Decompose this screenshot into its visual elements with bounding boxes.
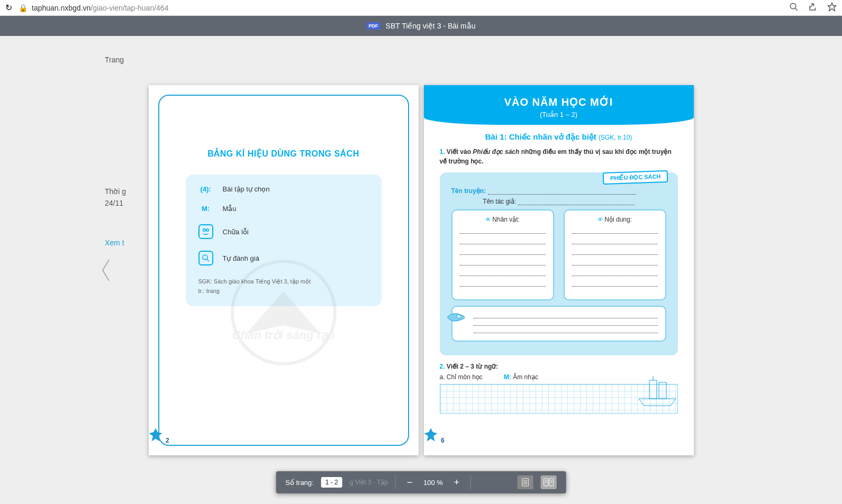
unit-title: VÀO NĂM HỌC MỚI: [424, 96, 694, 108]
character-label: Nhân vật:: [492, 216, 520, 223]
star-icon: ✳: [597, 216, 603, 223]
legend-label-2: Chữa lỗi: [223, 228, 249, 236]
reload-icon[interactable]: ↻: [5, 3, 12, 13]
zoom-icon[interactable]: [789, 2, 799, 14]
fix-error-icon: [198, 224, 213, 239]
page-number-right: 6: [434, 432, 456, 450]
page-spread: BẢNG KÍ HIỆU DÙNG TRONG SÁCH (4): Bài tậ…: [149, 85, 694, 455]
q2-option-a: a. Chỉ môn học: [440, 373, 483, 381]
lesson-ref: (SGK, tr.10): [599, 134, 632, 141]
fish-icon: ?: [446, 310, 469, 325]
page-input[interactable]: 1 - 2: [321, 477, 342, 488]
pdf-page-right: VÀO NĂM HỌC MỚI (Tuần 1 – 2) Bài 1: Chiế…: [424, 85, 694, 455]
q2-m-value: Âm nhạc: [513, 373, 538, 381]
zoom-out-button[interactable]: −: [403, 476, 416, 489]
svg-text:?: ?: [457, 314, 460, 319]
page-number-left: 2: [159, 432, 181, 450]
bg-doc-name-fragment: g Việt 3 - Tập: [350, 479, 388, 486]
content-label: Nội dung:: [604, 216, 632, 223]
lock-icon: 🔒: [19, 4, 28, 12]
leaf-icon: [149, 427, 164, 443]
lesson-title: Bài 1: Chiếc nhãn vở đặc biệt (SGK, tr.1…: [440, 132, 678, 142]
svg-point-3: [203, 229, 205, 232]
star-icon[interactable]: [827, 2, 837, 14]
watermark-text: Chân trời sáng tạo: [204, 328, 363, 342]
page-num-left-value: 2: [166, 437, 169, 444]
lesson-title-text: Bài 1: Chiếc nhãn vở đặc biệt: [485, 132, 596, 141]
page-num-right-value: 6: [441, 437, 445, 444]
fish-question-box: ?: [451, 306, 666, 342]
q1-text-italic: Phiếu đọc sách: [473, 148, 519, 155]
legend-sym-1: M:: [198, 205, 213, 213]
single-page-view-button[interactable]: [518, 475, 533, 489]
question-1: 1. Viết vào Phiếu đọc sách những điều em…: [440, 147, 678, 166]
leaf-icon: [424, 427, 439, 443]
page-background: CATION PUBLISHING HOUSE LIMITED COMPANY …: [0, 16, 842, 504]
svg-rect-9: [649, 380, 657, 399]
watermark: Chân trời sáng tạo: [204, 260, 363, 342]
url-path: /giao-vien/tap-huan/464: [90, 4, 168, 12]
pdf-page-left: BẢNG KÍ HIỆU DÙNG TRONG SÁCH (4): Bài tậ…: [149, 85, 419, 455]
url-bar[interactable]: 🔒 taphuan.nxbgd.vn/giao-vien/tap-huan/46…: [19, 4, 783, 12]
page-label: Số trang:: [285, 479, 314, 487]
svg-rect-10: [659, 382, 666, 399]
reading-card: PHIẾU ĐỌC SÁCH Tên truyện: Tên tác giả:: [440, 172, 678, 355]
q2-m-label: M:: [504, 373, 511, 381]
legend-label-0: Bài tập tự chọn: [223, 185, 270, 193]
url-host: taphuan.nxbgd.vn: [32, 4, 90, 12]
unit-subtitle: (Tuần 1 – 2): [424, 111, 694, 118]
svg-marker-2: [828, 3, 836, 11]
share-icon[interactable]: [808, 2, 818, 14]
pdf-toolbar: Số trang: 1 - 2 g Việt 3 - Tập − 100 % +: [276, 471, 566, 493]
pdf-title: SBT Tiếng việt 3 - Bài mẫu: [386, 22, 476, 30]
pdf-stage: BẢNG KÍ HIỆU DÙNG TRONG SÁCH (4): Bài tậ…: [0, 36, 842, 504]
legend-label-1: Mẫu: [223, 205, 237, 213]
author-label: Tên tác giả:: [483, 198, 516, 205]
double-page-view-button[interactable]: [541, 475, 557, 489]
zoom-level: 100 %: [423, 479, 443, 487]
svg-point-0: [790, 3, 796, 9]
svg-point-4: [206, 229, 209, 232]
character-box: ✳ Nhân vật:: [451, 209, 554, 300]
svg-line-1: [795, 8, 798, 11]
story-name-row: Tên truyện:: [451, 187, 666, 195]
zoom-in-button[interactable]: +: [450, 476, 463, 489]
content-box: ✳ Nội dung:: [564, 209, 666, 300]
q1-text-a: Viết vào: [447, 148, 473, 155]
q1-num: 1.: [440, 148, 445, 155]
right-page-header: VÀO NĂM HỌC MỚI (Tuần 1 – 2): [424, 85, 694, 125]
browser-toolbar: ↻ 🔒 taphuan.nxbgd.vn/giao-vien/tap-huan/…: [0, 0, 842, 16]
story-name-label: Tên truyện:: [451, 187, 486, 195]
pdf-badge-icon: PDF: [367, 22, 381, 30]
q2-text: Viết 2 – 3 từ ngữ:: [447, 363, 498, 370]
reading-card-label: PHIẾU ĐỌC SÁCH: [603, 170, 668, 185]
star-icon: ✳: [485, 216, 491, 223]
pdf-viewer: PDF SBT Tiếng việt 3 - Bài mẫu BẢNG KÍ H…: [0, 16, 842, 504]
left-page-title: BẢNG KÍ HIỆU DÙNG TRONG SÁCH: [159, 149, 408, 159]
pdf-titlebar: PDF SBT Tiếng việt 3 - Bài mẫu: [0, 16, 842, 36]
q2-num: 2.: [440, 363, 445, 370]
ship-illustration: [633, 375, 681, 407]
prev-page-button[interactable]: [95, 249, 116, 291]
legend-sym-0: (4):: [198, 185, 213, 193]
author-row: Tên tác giả:: [451, 198, 666, 205]
